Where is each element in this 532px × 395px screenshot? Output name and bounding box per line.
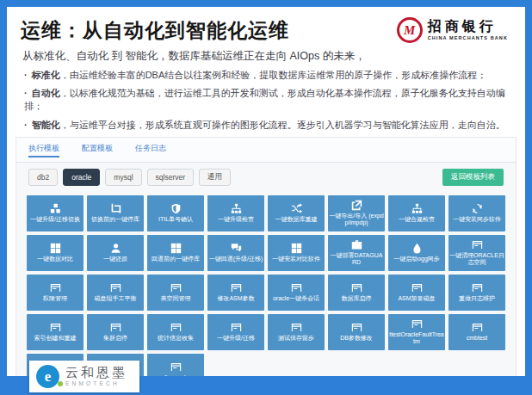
cmb-logo: M 招商银行 CHINA MERCHANTS BANK [397,17,508,43]
panel-tabs: 执行模板配置模板任务日志 [16,138,516,163]
export-icon [351,200,362,211]
sitemap-icon [231,203,242,214]
page-title: 运维：从自动化到智能化运维 [21,17,289,44]
sitemap-icon [411,203,423,214]
bullet-term: 智能化 [32,120,60,130]
tile-label: 一键启动ogg同步 [393,256,440,263]
tile-label: ASM加量磁盘 [398,295,435,303]
template-tile[interactable]: 测试保存留步 [268,314,325,350]
bullet-text: ，与运维平台对接，形成系统直观可操作的图形化流程。逐步引入机器学习与智能化算法应… [60,120,505,130]
template-tile[interactable]: 切换前的一键停库 [87,195,144,231]
tab-配置模板[interactable]: 配置模板 [82,143,113,157]
db-filter-db2[interactable]: db2 [28,169,58,186]
template-tile[interactable]: 一键安装同步软件 [448,195,505,231]
tile-label: 一键升级/迁移切换 [30,216,80,224]
tile-label: 数据库启停 [342,295,372,303]
bullet-term: 标准化 [32,70,60,80]
template-tile[interactable]: 一键数据库重建 [268,195,325,231]
cubes-icon [50,203,61,214]
tile-label: 一键合规检查 [399,216,435,224]
slide-content: 运维：从自动化到智能化运维 M 招商银行 CHINA MERCHANTS BAN… [7,7,525,376]
template-tile[interactable]: 一键导出/导入 (expdp/impdp) [328,195,385,231]
db-filter-通用[interactable]: 通用 [199,169,231,186]
tab-执行模板[interactable]: 执行模板 [28,143,59,157]
card-icon [472,282,483,293]
template-tile[interactable]: 一键回退(升级/迁移) [207,235,264,271]
header: 运维：从自动化到智能化运维 M 招商银行 CHINA MERCHANTS BAN… [7,7,525,46]
brand-name-cn: 云和恩墨 [65,366,127,379]
comments-icon [231,243,242,254]
card-icon [411,318,423,330]
template-tile[interactable]: 表空间管理 [147,275,204,311]
template-tile[interactable]: 一键升级/迁移 [207,314,264,350]
card-icon [351,282,362,293]
tile-label: 一键安装对比软件 [272,256,320,263]
template-tile[interactable]: 索引创建和重建 [27,314,84,350]
template-tile[interactable]: 一键升级/迁移切换 [27,195,84,231]
tile-label: 一键导出/导入 (expdp/impdp) [329,213,384,228]
tile-label: 一键清理ORACLE日志空间 [449,252,504,268]
card-icon [110,322,121,333]
template-tile[interactable]: 一键升级检查 [207,195,264,231]
briefcase-icon [351,239,362,250]
template-tile[interactable]: 一键部署DATAGUARD [328,235,385,271]
tile-label: 一键回退(升级/迁移) [209,256,263,263]
user-icon [110,243,121,254]
db-filter-oracle[interactable]: oracle [63,169,100,186]
sync-icon [472,203,483,214]
template-tile[interactable]: DB参数修改 [328,314,385,350]
back-to-template-list-button[interactable]: 返回模板列表 [442,169,504,186]
tile-label: 一键还原 [103,256,127,263]
template-tile[interactable]: ttestOracleFaultTreatm [388,314,445,350]
tile-label: 磁盘组手工平衡 [95,295,137,303]
panel-toolbar: db2oraclemysqlsqlserver通用 返回模板列表 [16,163,516,189]
tile-label: 集群启停 [103,335,127,343]
template-tile[interactable]: 集群启停 [87,314,144,350]
template-tile[interactable]: ASM加量磁盘 [388,275,445,311]
tile-label: ttestOracleFaultTreatm [389,331,444,347]
bullet-item: 自动化，以标准化规范为基础，进行运维工具的开发和测试，形成自动化基本操作流程，原… [24,87,510,113]
card-icon [411,282,423,293]
template-tile[interactable]: 一键启动ogg同步 [388,235,445,271]
template-tile[interactable]: 回退前的一键停库 [147,235,204,271]
card-icon [50,322,61,333]
brand-name-en: ENMOTECH [65,381,127,387]
bullet-text: ，由运维经验丰富的DBA结合以往案例和经验，提取数据库运维常用的原子操作，形成标… [60,70,487,80]
template-tile[interactable]: 修改ASM参数 [207,275,264,311]
tile-label: 权限管理 [43,295,67,303]
template-tile[interactable]: 数据库启停 [328,275,385,311]
tab-任务日志[interactable]: 任务日志 [135,143,166,157]
template-tile[interactable]: 统计信息收集 [147,314,204,350]
windows-icon [50,243,61,254]
intro-text: 从标准化、自动化 到 智能化，数据库基础运维正在走向 AIOps 的未来， [7,46,525,64]
template-tile[interactable]: oracle一键杀会话 [268,275,325,311]
template-tile[interactable]: 一键清理ORACLE日志空间 [448,235,505,271]
template-tile[interactable]: db_oracle [147,354,204,376]
tile-label: 测试保存留步 [278,335,314,343]
tile-label: 一键数据对比 [37,256,73,263]
template-tile[interactable]: 一键数据对比 [27,235,84,271]
tile-label: 一键升级检查 [218,216,254,224]
template-tile[interactable]: 磁盘组手工平衡 [87,275,144,311]
template-tile[interactable]: 权限管理 [27,275,84,311]
tile-label: 一键数据库重建 [275,216,318,224]
card-icon [472,322,483,333]
db-filter-sqlserver[interactable]: sqlserver [147,169,194,186]
template-tile[interactable]: 一键还原 [87,235,144,271]
drop-icon [411,243,423,254]
tile-label: ITIL单号确认 [158,216,193,224]
template-tile[interactable]: 重做日志维护 [448,275,505,311]
bullet-term: 自动化 [32,88,60,98]
template-tile[interactable]: ITIL单号确认 [147,195,204,231]
template-tile[interactable]: 一键安装对比软件 [268,235,325,271]
tile-label: 重做日志维护 [459,295,495,303]
card-icon [170,361,182,373]
template-tile[interactable]: cmbtest [448,314,505,350]
tile-label: 切换前的一键停库 [91,216,139,224]
card-icon [351,322,362,333]
db-filter-mysql[interactable]: mysql [105,169,141,186]
tile-label: db_oracle [163,374,189,376]
template-tile[interactable]: 一键合规检查 [388,195,445,231]
card-icon [50,282,61,293]
db-filter-group: db2oraclemysqlsqlserver通用 [28,169,236,186]
